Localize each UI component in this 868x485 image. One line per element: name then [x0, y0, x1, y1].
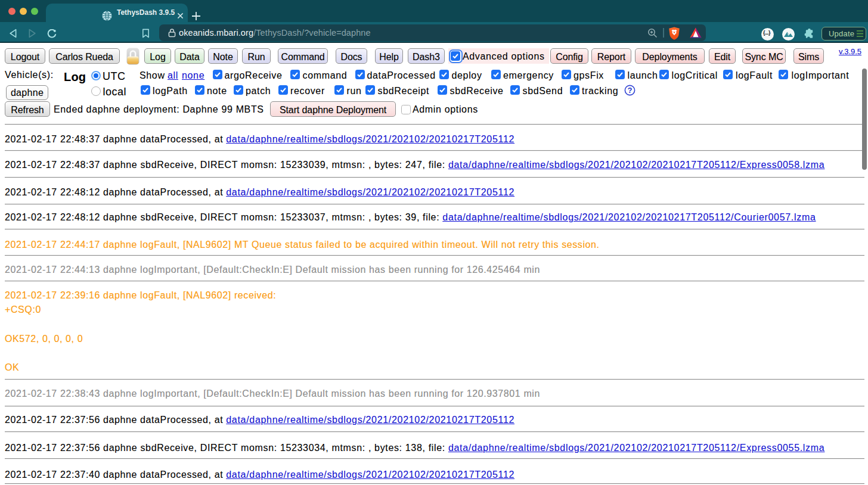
svg-text:?: ?: [628, 86, 633, 95]
